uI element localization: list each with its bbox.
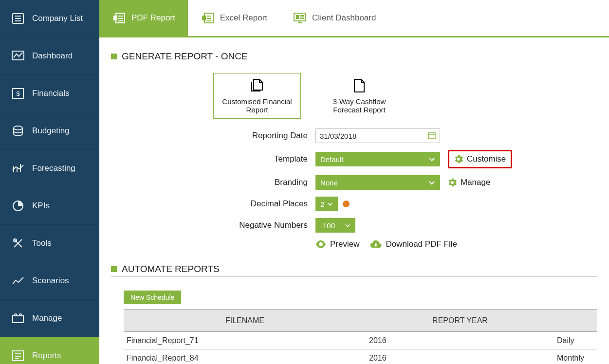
card-label: Customised Financial Report [217, 97, 297, 114]
sidebar-item-kpis[interactable]: KPIs [0, 187, 99, 225]
branding-select[interactable]: None [315, 175, 440, 190]
app-root: Company List Dashboard $ Financials Budg… [0, 0, 609, 364]
financials-icon: $ [11, 88, 25, 99]
content: GENERATE REPORT - ONCE Customised Financ… [99, 37, 609, 364]
sidebar-item-scenarios[interactable]: Scenarios [0, 262, 99, 300]
preview-button[interactable]: Preview [315, 239, 359, 249]
sidebar-item-label: Budgeting [32, 126, 70, 136]
eye-icon [315, 240, 326, 248]
document-icon [352, 78, 366, 94]
section-bullet-icon [111, 54, 117, 59]
sidebar-item-label: Scenarios [32, 276, 69, 286]
tab-pdf-report[interactable]: PDF Report [99, 0, 188, 36]
new-schedule-button[interactable]: New Schedule [124, 291, 181, 304]
preview-label: Preview [330, 239, 359, 249]
svg-text:$: $ [16, 90, 20, 97]
tab-label: Client Dashboard [312, 13, 376, 23]
section-title-generate: GENERATE REPORT - ONCE [111, 51, 597, 64]
cell-freq: Monthly [554, 349, 597, 364]
kpis-icon [11, 200, 25, 212]
row-template: Template Default Customise [111, 150, 597, 168]
chevron-down-icon [327, 200, 333, 208]
table-row[interactable]: Financial_Report_71 2016 Daily [124, 332, 597, 349]
calendar-icon [428, 131, 436, 141]
branding-value: None [320, 179, 338, 187]
cell-filename: Financial_Report_71 [124, 332, 366, 349]
svg-rect-23 [113, 16, 117, 20]
template-label: Template [111, 154, 315, 164]
scenarios-icon [11, 275, 25, 286]
sidebar-item-forecasting[interactable]: Forecasting [0, 150, 99, 187]
pdf-report-icon [112, 13, 127, 23]
sidebar-item-budgeting[interactable]: Budgeting [0, 112, 99, 150]
card-customised-financial-report[interactable]: Customised Financial Report [213, 73, 301, 119]
sidebar-item-company-list[interactable]: Company List [0, 0, 99, 37]
sidebar-item-label: Dashboard [32, 51, 73, 61]
sidebar-item-tools[interactable]: Tools [0, 225, 99, 262]
row-reporting-date: Reporting Date 31/03/2018 [111, 128, 597, 143]
negative-numbers-value: -100 [320, 221, 335, 230]
decimal-places-select[interactable]: 2 [315, 197, 338, 211]
section-bullet-icon [111, 266, 117, 272]
tab-label: PDF Report [131, 13, 175, 23]
col-filename[interactable]: FILENAME [124, 309, 366, 332]
main-area: PDF Report Excel Report Client Dashboard… [99, 0, 609, 364]
reporting-date-value: 31/03/2018 [320, 132, 356, 140]
chevron-down-icon [345, 221, 351, 230]
sidebar: Company List Dashboard $ Financials Budg… [0, 0, 99, 364]
negative-numbers-select[interactable]: -100 [315, 218, 355, 233]
svg-rect-35 [296, 15, 299, 19]
budgeting-icon [11, 125, 25, 137]
gear-icon [448, 178, 457, 187]
svg-rect-36 [300, 15, 304, 17]
svg-rect-37 [300, 18, 304, 19]
cloud-download-icon [370, 240, 382, 249]
reporting-date-input[interactable]: 31/03/2018 [315, 128, 440, 143]
svg-point-16 [15, 314, 17, 316]
row-negative-numbers: Negative Numbers -100 [111, 218, 597, 233]
tab-client-dashboard[interactable]: Client Dashboard [280, 0, 388, 36]
decimal-places-label: Decimal Places [111, 199, 315, 209]
sidebar-item-label: KPIs [32, 201, 50, 211]
branding-label: Branding [111, 178, 315, 187]
documents-stack-icon [249, 78, 265, 94]
tools-icon [11, 237, 25, 249]
manage-branding-button[interactable]: Manage [448, 178, 490, 187]
sidebar-item-manage[interactable]: Manage [0, 300, 99, 337]
forecasting-icon [11, 163, 25, 174]
sidebar-item-label: Manage [32, 313, 62, 323]
col-frequency[interactable] [554, 309, 597, 332]
manage-branding-label: Manage [461, 178, 490, 187]
section-title-text: GENERATE REPORT - ONCE [122, 51, 248, 62]
negative-numbers-label: Negative Numbers [111, 220, 315, 230]
card-3way-cashflow-report[interactable]: 3-Way Cashflow Forecast Report [315, 73, 403, 119]
client-dashboard-icon [293, 13, 307, 23]
col-report-year[interactable]: REPORT YEAR [366, 309, 554, 332]
tab-label: Excel Report [220, 13, 267, 23]
decimal-places-value: 2 [320, 200, 324, 208]
sidebar-item-label: Company List [32, 14, 83, 23]
tab-excel-report[interactable]: Excel Report [188, 0, 280, 36]
card-label: 3-Way Cashflow Forecast Report [318, 97, 400, 114]
download-pdf-button[interactable]: Download PDF File [370, 239, 457, 249]
section-title-text: AUTOMATE REPORTS [122, 264, 220, 274]
sidebar-item-label: Forecasting [32, 164, 75, 173]
sidebar-item-label: Reports [32, 351, 61, 361]
table-row[interactable]: Financial_Report_84 2016 Monthly [124, 349, 597, 364]
table-header-row: FILENAME REPORT YEAR [124, 309, 597, 332]
sidebar-item-financials[interactable]: $ Financials [0, 75, 99, 112]
svg-point-17 [19, 314, 21, 316]
template-value: Default [320, 155, 344, 164]
manage-icon [11, 313, 25, 324]
report-actions: Preview Download PDF File [315, 239, 597, 249]
reports-icon [11, 350, 25, 361]
customise-button[interactable]: Customise [448, 150, 512, 168]
svg-rect-28 [202, 16, 206, 20]
cell-freq: Daily [554, 332, 597, 349]
sidebar-item-reports[interactable]: Reports [0, 337, 99, 364]
gear-icon [454, 155, 463, 164]
sidebar-item-dashboard[interactable]: Dashboard [0, 37, 99, 75]
row-branding: Branding None Manage [111, 175, 597, 190]
template-select[interactable]: Default [315, 152, 440, 166]
warning-dot-icon [343, 200, 350, 207]
